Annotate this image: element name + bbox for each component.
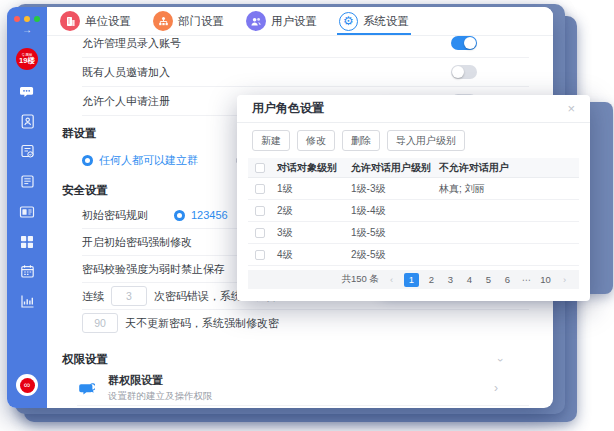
- video-message-icon[interactable]: [19, 203, 36, 220]
- app-logo-badge: 专属版 19楼: [16, 48, 38, 70]
- user-role-settings-dialog: 用户角色设置 × 新建 修改 删除 导入用户级别 对话对象级别 允许对话用户级别…: [237, 95, 590, 301]
- perm-item-title: 群权限设置: [108, 373, 213, 388]
- import-user-level-button[interactable]: 导入用户级别: [387, 130, 465, 151]
- allowed-cell: 1级-4级: [351, 204, 439, 218]
- radio-label: 任何人都可以建立群: [99, 153, 198, 168]
- column-header: 不允许对话用户: [439, 161, 579, 175]
- device-check-icon[interactable]: [19, 143, 36, 160]
- stats-chart-icon[interactable]: [19, 293, 36, 310]
- badge-main-text: 19楼: [19, 57, 35, 65]
- table-header-row: 对话对象级别 允许对话用户级别 不允许对话用户: [248, 158, 579, 178]
- news-icon[interactable]: [19, 173, 36, 190]
- password-rule-value: 123456: [191, 209, 228, 221]
- page-button-1[interactable]: 1: [404, 273, 419, 287]
- calendar-icon[interactable]: [19, 263, 36, 280]
- forward-arrow-icon[interactable]: →: [22, 25, 32, 35]
- expire-days-input[interactable]: [82, 313, 118, 333]
- tab-bar: 单位设置 部门设置 用户设置 ⚙ 系统设置: [47, 7, 553, 36]
- setting-row-password-expiry: 天不更新密码，系统强制修改密: [82, 310, 529, 336]
- more-pages-ellipsis[interactable]: ⋯: [520, 274, 533, 285]
- allowed-cell: 2级-5级: [351, 248, 439, 262]
- setting-label: 开启初始密码强制修改: [82, 235, 192, 250]
- message-icon[interactable]: [19, 83, 36, 100]
- radio-anyone-create-group[interactable]: [82, 155, 93, 166]
- apps-grid-icon[interactable]: [19, 233, 36, 250]
- allowed-cell: 1级-3级: [351, 182, 439, 196]
- page-button-3[interactable]: 3: [444, 274, 457, 285]
- setting-row-admin-entry: 允许管理员录入账号: [82, 36, 529, 58]
- users-icon: [246, 11, 266, 31]
- radio-password-123456[interactable]: [174, 210, 185, 221]
- lock-attempts-input[interactable]: [111, 286, 147, 306]
- close-icon[interactable]: ×: [567, 102, 575, 115]
- page-button-5[interactable]: 5: [482, 274, 495, 285]
- table-row[interactable]: 2级 1级-4级: [248, 200, 579, 222]
- chevron-right-icon: ›: [494, 381, 498, 395]
- minimize-window-button[interactable]: [24, 16, 30, 22]
- level-cell: 2级: [265, 204, 351, 218]
- table-row[interactable]: 1级 1级-3级 林真; 刘丽: [248, 178, 579, 200]
- window-controls: [14, 16, 40, 22]
- tab-system-settings[interactable]: ⚙ 系统设置: [339, 7, 409, 35]
- tab-label: 单位设置: [85, 14, 131, 29]
- tab-label: 用户设置: [271, 14, 317, 29]
- close-window-button[interactable]: [14, 16, 20, 22]
- table-row[interactable]: 3级 1级-5级: [248, 222, 579, 244]
- invite-toggle[interactable]: [451, 65, 477, 79]
- perm-item-desc: 设置群的建立及操作权限: [108, 390, 213, 403]
- zoom-window-button[interactable]: [34, 16, 40, 22]
- setting-label: 允许个人申请注册: [82, 94, 170, 109]
- column-header: 对话对象级别: [265, 161, 351, 175]
- tab-label: 系统设置: [363, 14, 409, 29]
- allowed-cell: 1级-5级: [351, 226, 439, 240]
- section-title-text: 权限设置: [62, 352, 108, 367]
- tab-user-settings[interactable]: 用户设置: [246, 7, 317, 35]
- setting-label: 天不更新密码，系统强制修改密: [125, 316, 279, 331]
- gear-icon: ⚙: [339, 12, 358, 31]
- profile-avatar[interactable]: ∞: [16, 374, 38, 396]
- chevron-down-icon[interactable]: ›: [495, 358, 507, 362]
- section-title-text: 安全设置: [62, 183, 108, 198]
- next-page-button[interactable]: ›: [558, 274, 571, 285]
- table-row[interactable]: 4级 2级-5级: [248, 244, 579, 266]
- column-header: 允许对话用户级别: [351, 161, 439, 175]
- org-chart-icon: [153, 11, 173, 31]
- page-button-4[interactable]: 4: [463, 274, 476, 285]
- level-cell: 3级: [265, 226, 351, 240]
- permission-settings-header: 权限设置 ›: [62, 352, 529, 367]
- setting-label: 既有人员邀请加入: [82, 65, 170, 80]
- dialog-header: 用户角色设置 ×: [237, 95, 590, 123]
- create-button[interactable]: 新建: [252, 130, 290, 151]
- tab-department-settings[interactable]: 部门设置: [153, 7, 224, 35]
- tab-unit-settings[interactable]: 单位设置: [60, 7, 131, 35]
- user-role-permission-item[interactable]: 用户角色设置 设置用户间的对话权限 ›: [77, 406, 529, 408]
- building-icon: [60, 11, 80, 31]
- modify-button[interactable]: 修改: [297, 130, 335, 151]
- page-button-6[interactable]: 6: [501, 274, 514, 285]
- setting-label: 初始密码规则: [82, 208, 148, 223]
- setting-label: 允许管理员录入账号: [82, 36, 181, 51]
- tab-label: 部门设置: [178, 14, 224, 29]
- admin-entry-toggle[interactable]: [451, 36, 477, 50]
- level-cell: 1级: [265, 182, 351, 196]
- page-button-2[interactable]: 2: [425, 274, 438, 285]
- avatar-logo-mark: ∞: [20, 378, 35, 393]
- page-button-10[interactable]: 10: [539, 274, 552, 285]
- row-checkbox[interactable]: [255, 250, 265, 260]
- contacts-icon[interactable]: [19, 113, 36, 130]
- row-checkbox[interactable]: [255, 184, 265, 194]
- desktop: → 专属版 19楼: [0, 0, 614, 431]
- select-all-checkbox[interactable]: [255, 163, 265, 173]
- row-checkbox[interactable]: [255, 228, 265, 238]
- setting-row-invite: 既有人员邀请加入: [82, 58, 529, 87]
- setting-label: 密码校验强度为弱时禁止保存: [82, 262, 225, 277]
- prev-page-button[interactable]: ‹: [385, 274, 398, 285]
- setting-label: 连续: [82, 289, 104, 304]
- badge-top-text: 专属版: [22, 53, 33, 57]
- sidebar: → 专属版 19楼: [7, 7, 47, 408]
- dialog-title: 用户角色设置: [252, 100, 324, 117]
- group-permission-item[interactable]: 群权限设置 设置群的建立及操作权限 ›: [77, 371, 529, 406]
- chat-bubble-icon: [77, 379, 95, 397]
- delete-button[interactable]: 删除: [342, 130, 380, 151]
- row-checkbox[interactable]: [255, 206, 265, 216]
